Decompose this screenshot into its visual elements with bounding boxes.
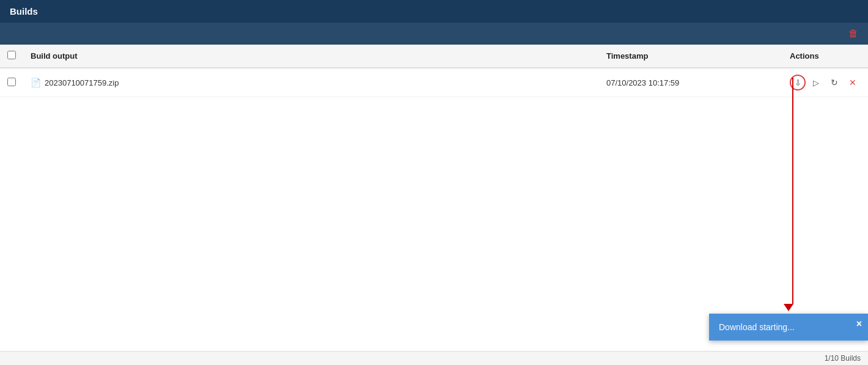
toast-close-button[interactable]: × — [856, 319, 862, 330]
toast-message: Download starting... — [719, 322, 795, 332]
col-actions: Actions — [782, 45, 868, 68]
table-row: 📄 20230710071759.zip 07/10/2023 10:17:59… — [0, 68, 868, 97]
toast-notification: Download starting... × — [709, 314, 868, 341]
timestamp-value: 07/10/2023 10:17:59 — [606, 78, 679, 87]
refresh-icon: ↻ — [831, 78, 838, 87]
col-checkbox — [0, 45, 23, 68]
table-body: 📄 20230710071759.zip 07/10/2023 10:17:59… — [0, 68, 868, 97]
col-build-output: Build output — [23, 45, 599, 68]
close-icon: × — [856, 319, 862, 329]
col-timestamp: Timestamp — [599, 45, 782, 68]
arrow-line — [792, 78, 793, 304]
cancel-button[interactable]: ✕ — [845, 75, 861, 90]
cancel-icon: ✕ — [849, 78, 856, 87]
deploy-icon: ▷ — [813, 78, 819, 87]
row-timestamp-cell: 07/10/2023 10:17:59 — [599, 68, 782, 97]
table-header: Build output Timestamp Actions — [0, 45, 868, 68]
arrow-head — [784, 304, 793, 311]
filename-label: 20230710071759.zip — [45, 78, 119, 87]
trash-icon: 🗑 — [848, 28, 858, 39]
download-icon: ⇩ — [795, 78, 801, 87]
row-checkbox-cell — [0, 68, 23, 97]
table-header-row: Build output Timestamp Actions — [0, 45, 868, 68]
page-header: Builds — [0, 0, 868, 23]
row-actions-cell: ⇩ ▷ ↻ ✕ — [782, 68, 868, 97]
builds-table-container: Build output Timestamp Actions — [0, 45, 868, 97]
row-filename-cell: 📄 20230710071759.zip — [23, 68, 599, 97]
pagination-label: 1/10 Builds — [825, 354, 861, 363]
annotation-arrow — [788, 78, 798, 311]
page-title: Builds — [10, 6, 38, 17]
toolbar: 🗑 — [0, 23, 868, 45]
refresh-button[interactable]: ↻ — [826, 75, 842, 90]
file-cell: 📄 20230710071759.zip — [31, 78, 592, 87]
builds-table: Build output Timestamp Actions — [0, 45, 868, 97]
select-all-checkbox[interactable] — [7, 51, 16, 59]
actions-cell: ⇩ ▷ ↻ ✕ — [790, 75, 861, 90]
file-icon: 📄 — [31, 78, 41, 87]
download-button[interactable]: ⇩ — [790, 75, 806, 90]
deploy-button[interactable]: ▷ — [808, 75, 824, 90]
row-checkbox[interactable] — [7, 78, 16, 86]
delete-button[interactable]: 🗑 — [845, 26, 862, 42]
page-wrapper: Builds 🗑 Build output Timestamp — [0, 0, 868, 365]
footer: 1/10 Builds — [0, 351, 868, 365]
